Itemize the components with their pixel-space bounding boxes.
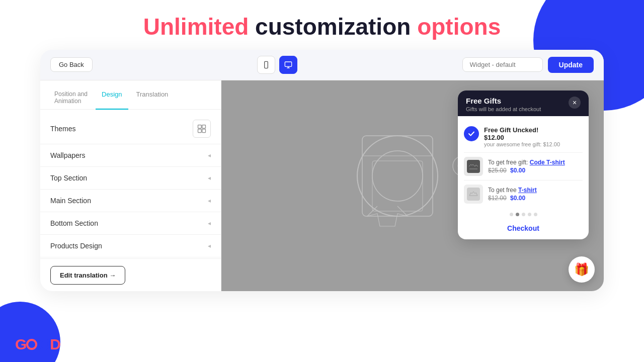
logo: G D [15, 336, 60, 353]
dot-4 [528, 213, 531, 216]
title-unlimited: Unlimited [143, 14, 249, 40]
bottom-section-chevron: ◂ [208, 220, 211, 227]
sidebar-item-top-section[interactable]: Top Section ◂ [40, 167, 221, 190]
dot-1 [510, 213, 513, 216]
page-header: Unlimited customization options [0, 0, 644, 50]
top-section-label: Top Section [50, 174, 87, 182]
main-section-chevron: ◂ [208, 197, 211, 204]
themes-label: Themes [50, 125, 76, 133]
svg-point-10 [372, 151, 423, 201]
page-title: Unlimited customization options [0, 14, 644, 40]
sidebar: Position andAnimation Design Translation… [40, 80, 221, 291]
product-link-2[interactable]: T-shirt [518, 187, 537, 194]
tab-position-animation[interactable]: Position andAnimation [48, 86, 94, 110]
mobile-view-button[interactable] [257, 56, 275, 74]
price-new-1: $0.00 [510, 167, 525, 174]
logo-o-ring-1 [26, 339, 37, 350]
check-circle-icon [464, 126, 479, 141]
go-back-button[interactable]: Go Back [50, 57, 93, 72]
content-area: Position andAnimation Design Translation… [40, 80, 604, 291]
svg-rect-8 [202, 129, 206, 132]
preview-area: Free Gifts Gifts will be added at checko… [221, 80, 604, 291]
product-link-1[interactable]: Code T-shirt [530, 159, 565, 166]
gift-description: your awesome free gift: $12.00 [484, 141, 560, 147]
modal-header: Free Gifts Gifts will be added at checko… [458, 90, 589, 116]
sidebar-bottom: Edit translation → [40, 258, 221, 291]
gift-fab-button[interactable]: 🎁 [569, 256, 595, 283]
dot-2 [516, 213, 519, 216]
logo-o-ring-2 [39, 339, 50, 350]
gift-name: Free Gift Uncked! [484, 126, 560, 134]
toolbar: Go Back Update [40, 50, 604, 80]
product-prices-1: $25.00 $0.00 [488, 167, 565, 174]
product-info-2: To get free T-shirt $12.00 $0.00 [488, 187, 537, 202]
sidebar-item-themes[interactable]: Themes [40, 114, 221, 144]
product-prices-2: $12.00 $0.00 [488, 195, 537, 202]
modal-box: Free Gifts Gifts will be added at checko… [458, 90, 589, 239]
product-image-1 [464, 157, 483, 176]
sidebar-item-main-section[interactable]: Main Section ◂ [40, 190, 221, 212]
sidebar-item-products-design[interactable]: Products Design ◂ [40, 235, 221, 257]
bottom-section-label: Bottom Section [50, 219, 98, 227]
product-cta-2: To get free T-shirt [488, 187, 537, 194]
desktop-view-button[interactable] [279, 56, 297, 74]
logo-area: G D [15, 336, 60, 353]
product-row-1: To get free gift: Code T-shirt $25.00 $0… [464, 153, 583, 180]
main-card: Go Back Update [40, 50, 604, 291]
svg-rect-0 [265, 61, 268, 68]
free-gifts-modal: Free Gifts Gifts will be added at checko… [458, 90, 589, 239]
sidebar-menu: Themes Wallpapers ◂ Top S [40, 110, 221, 258]
price-old-2: $12.00 [488, 195, 507, 202]
products-design-label: Products Design [50, 242, 102, 250]
update-button[interactable]: Update [548, 57, 594, 73]
svg-rect-13 [362, 136, 433, 216]
tab-translation[interactable]: Translation [130, 86, 175, 110]
price-new-2: $0.00 [510, 195, 525, 202]
modal-body: Free Gift Uncked! $12.00 your awesome fr… [458, 116, 589, 208]
modal-close-button[interactable]: × [569, 97, 581, 109]
toolbar-right: Update [462, 57, 594, 73]
logo-d: D [50, 336, 60, 353]
dot-3 [522, 213, 525, 216]
svg-rect-7 [198, 129, 202, 132]
gift-unlocked-row: Free Gift Uncked! $12.00 your awesome fr… [464, 121, 583, 153]
svg-rect-19 [467, 188, 480, 201]
themes-icon [193, 120, 211, 138]
gift-unlocked-info: Free Gift Uncked! $12.00 your awesome fr… [484, 126, 560, 147]
checkout-button[interactable]: Checkout [458, 219, 589, 239]
wallpapers-chevron: ◂ [208, 152, 211, 159]
toolbar-center [99, 56, 456, 74]
svg-point-9 [357, 136, 438, 216]
product-cta-1: To get free gift: Code T-shirt [488, 159, 565, 166]
product-row-2: To get free T-shirt $12.00 $0.00 [464, 180, 583, 208]
main-section-label: Main Section [50, 197, 91, 205]
modal-pagination-dots [458, 208, 589, 219]
sidebar-item-bottom-section[interactable]: Bottom Section ◂ [40, 212, 221, 235]
logo-oo [26, 339, 50, 350]
svg-rect-15 [372, 161, 423, 211]
tab-design[interactable]: Design [96, 86, 128, 110]
products-design-chevron: ◂ [208, 242, 211, 249]
modal-subtitle: Gifts will be added at checkout [466, 106, 541, 112]
edit-translation-button[interactable]: Edit translation → [50, 266, 125, 285]
logo-g: G [15, 336, 26, 353]
title-customization: customization [249, 14, 417, 40]
svg-rect-18 [467, 160, 480, 173]
product-info-1: To get free gift: Code T-shirt $25.00 $0… [488, 159, 565, 174]
modal-title: Free Gifts [466, 97, 541, 105]
svg-rect-5 [198, 125, 202, 128]
modal-title-block: Free Gifts Gifts will be added at checko… [466, 97, 541, 112]
top-section-chevron: ◂ [208, 174, 211, 182]
svg-rect-6 [202, 125, 206, 128]
sidebar-tabs: Position andAnimation Design Translation [40, 80, 221, 110]
bg-circle-bottom-left [0, 302, 60, 362]
product-image-2 [464, 185, 483, 204]
price-old-1: $25.00 [488, 167, 507, 174]
svg-rect-2 [285, 62, 292, 66]
sidebar-item-wallpapers[interactable]: Wallpapers ◂ [40, 144, 221, 167]
dot-5 [534, 213, 537, 216]
widget-selector[interactable] [462, 57, 543, 72]
title-options: options [417, 14, 501, 40]
gift-price: $12.00 [484, 134, 560, 141]
wallpapers-label: Wallpapers [50, 151, 86, 159]
